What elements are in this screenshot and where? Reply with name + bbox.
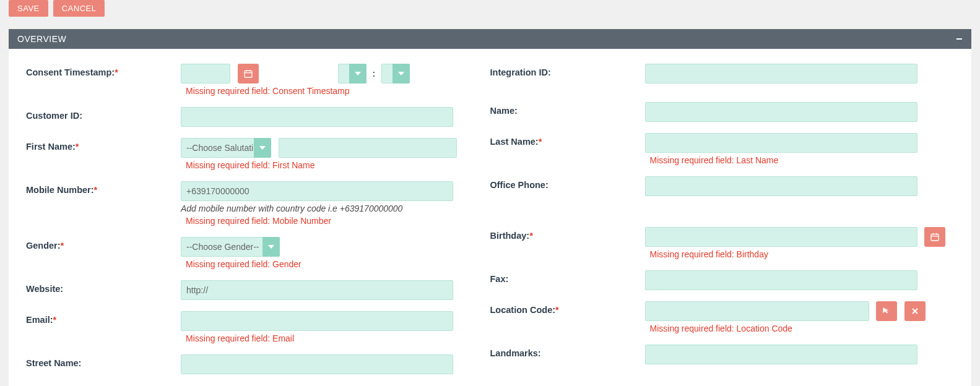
customer-id-label: Customer ID: xyxy=(26,107,181,121)
street-name-input[interactable] xyxy=(181,354,453,374)
cancel-button[interactable]: CANCEL xyxy=(53,0,105,17)
email-input[interactable] xyxy=(181,311,453,331)
overview-panel: OVERVIEW − Consent Timestamp:* xyxy=(9,29,971,386)
integration-id-label: Integration ID: xyxy=(490,64,645,77)
birthday-input[interactable] xyxy=(645,227,917,247)
first-name-input[interactable] xyxy=(279,138,457,158)
fax-input[interactable] xyxy=(645,270,917,290)
birthday-error: Missing required field: Birthday xyxy=(645,249,955,259)
integration-id-input[interactable] xyxy=(645,64,917,84)
chevron-down-icon[interactable] xyxy=(392,64,410,84)
first-name-label: First Name:* xyxy=(26,138,181,152)
office-phone-input[interactable] xyxy=(645,176,917,196)
time-separator: : xyxy=(368,69,379,79)
email-error: Missing required field: Email xyxy=(181,333,490,343)
clear-icon[interactable] xyxy=(904,301,926,321)
street-name-label: Street Name: xyxy=(26,354,181,368)
panel-header: OVERVIEW − xyxy=(9,29,971,49)
chevron-down-icon[interactable] xyxy=(262,237,280,257)
gender-label: Gender:* xyxy=(26,237,181,251)
collapse-icon[interactable]: − xyxy=(956,35,963,43)
office-phone-label: Office Phone: xyxy=(490,176,645,190)
mobile-input[interactable] xyxy=(181,181,453,201)
svg-marker-7 xyxy=(268,245,274,249)
location-code-error: Missing required field: Location Code xyxy=(645,324,955,333)
last-name-input[interactable] xyxy=(645,133,917,153)
mobile-error: Missing required field: Mobile Number xyxy=(181,216,490,226)
last-name-label: Last Name:* xyxy=(490,133,645,147)
calendar-icon[interactable] xyxy=(924,227,945,247)
chevron-down-icon[interactable] xyxy=(254,138,271,158)
landmarks-input[interactable] xyxy=(645,345,917,364)
last-name-error: Missing required field: Last Name xyxy=(645,155,955,165)
birthday-label: Birthday:* xyxy=(490,227,645,241)
location-code-label: Location Code:* xyxy=(490,301,645,315)
calendar-icon[interactable] xyxy=(238,64,259,84)
svg-marker-5 xyxy=(398,72,404,75)
svg-marker-6 xyxy=(259,146,266,150)
name-input[interactable] xyxy=(645,102,917,122)
first-name-error: Missing required field: First Name xyxy=(181,160,490,170)
mobile-label: Mobile Number:* xyxy=(26,181,181,195)
name-label: Name: xyxy=(490,102,645,116)
panel-title: OVERVIEW xyxy=(17,34,66,44)
consent-timestamp-date-input[interactable] xyxy=(181,64,230,84)
svg-marker-4 xyxy=(355,72,361,75)
location-code-input[interactable] xyxy=(645,301,869,321)
chevron-down-icon[interactable] xyxy=(349,64,366,84)
fax-label: Fax: xyxy=(490,270,645,284)
consent-timestamp-error: Missing required field: Consent Timestam… xyxy=(181,86,490,96)
svg-rect-8 xyxy=(931,234,939,241)
mobile-hint: Add mobile number with country code i.e … xyxy=(181,204,490,213)
website-label: Website: xyxy=(26,280,181,294)
svg-rect-0 xyxy=(245,71,252,77)
website-input[interactable] xyxy=(181,280,453,300)
save-button[interactable]: SAVE xyxy=(9,0,48,17)
customer-id-input[interactable] xyxy=(181,107,453,127)
select-icon[interactable] xyxy=(876,301,897,321)
email-label: Email:* xyxy=(26,311,181,325)
landmarks-label: Landmarks: xyxy=(490,345,645,358)
consent-timestamp-label: Consent Timestamp:* xyxy=(26,64,181,77)
gender-error: Missing required field: Gender xyxy=(181,259,490,269)
